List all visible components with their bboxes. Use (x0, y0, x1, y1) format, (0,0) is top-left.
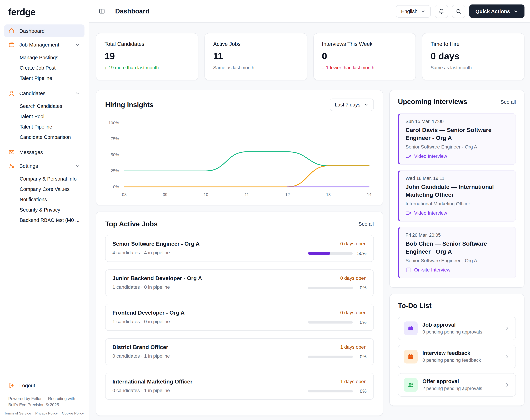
sidebar-item-notifications[interactable]: Notifications (12, 194, 85, 205)
job-row[interactable]: Senior Software Engineer - Org A 4 candi… (105, 235, 374, 262)
sidebar-item-search-candidates[interactable]: Search Candidates (12, 101, 85, 111)
mail-icon (8, 149, 15, 155)
interview-mode-label: On-site Interview (414, 267, 450, 273)
terms-of-service-link[interactable]: Terms of Service (4, 411, 31, 415)
brand-logo: ferdge (4, 5, 85, 25)
chevron-right-icon (504, 325, 510, 331)
cookie-policy-link[interactable]: Cookie Policy (62, 411, 84, 415)
sidebar-item-candidates[interactable]: Candidates (4, 87, 85, 99)
interview-mode-label: Video Interview (414, 210, 447, 216)
job-meta: 0 candidates · 1 in pipeline (112, 388, 192, 393)
sidebar-subnav-settings: Company & Personal Info Company Core Val… (12, 174, 85, 225)
sidebar-item-settings[interactable]: Settings (4, 159, 85, 172)
sidebar-item-candidate-comparison[interactable]: Candidate Comparison (12, 132, 85, 142)
svg-text:09: 09 (163, 192, 167, 197)
language-select[interactable]: English (396, 5, 430, 17)
interview-role: Senior Software Engineer - Org A (406, 258, 509, 263)
briefcase-icon (404, 321, 418, 335)
svg-text:25%: 25% (111, 168, 119, 173)
todo-item-interview-feedback[interactable]: Interview feedback 0 pending pending fee… (398, 345, 516, 368)
page-title: Dashboard (115, 7, 149, 15)
language-select-value: English (401, 8, 417, 14)
sidebar-toggle-button[interactable] (96, 5, 108, 17)
sidebar-item-talent-pipeline-2[interactable]: Talent Pipeline (12, 122, 85, 132)
chevron-down-icon (75, 90, 80, 96)
privacy-policy-link[interactable]: Privacy Policy (35, 411, 58, 415)
stat-card-active-jobs: Active Jobs 11 Same as last month (205, 33, 307, 80)
interview-role: International Marketing Officer (406, 201, 509, 206)
job-row[interactable]: Junior Backend Developer - Org A 1 candi… (105, 269, 374, 296)
sidebar-item-job-management[interactable]: Job Management (4, 38, 85, 51)
upcoming-interviews-title: Upcoming Interviews (398, 98, 467, 106)
job-progress-label: 0% (356, 389, 367, 394)
sidebar-item-label: Dashboard (19, 28, 45, 34)
chevron-right-icon (504, 354, 510, 359)
sidebar-item-company-personal-info[interactable]: Company & Personal Info (12, 174, 85, 184)
search-button[interactable] (452, 5, 465, 18)
stat-delta: Same as last month (431, 65, 516, 70)
stat-value: 0 (322, 51, 407, 62)
insights-range-value: Last 7 days (335, 102, 360, 108)
svg-text:10: 10 (204, 192, 208, 197)
sidebar-item-backend-rbac-test[interactable]: Backend RBAC test (M0 ... (12, 215, 85, 225)
top-active-jobs-card: Top Active Jobs See all Senior Software … (96, 211, 383, 416)
sidebar-nav: Dashboard Job Management Manage Postings… (4, 25, 85, 229)
interview-mode-label: Video Interview (414, 154, 447, 159)
sidebar-item-manage-postings[interactable]: Manage Postings (12, 52, 85, 63)
briefcase-icon (8, 41, 15, 48)
sidebar-item-talent-pool[interactable]: Talent Pool (12, 111, 85, 122)
search-icon (455, 8, 462, 14)
logout-button[interactable]: Logout (4, 379, 85, 392)
svg-text:0%: 0% (113, 184, 119, 189)
job-progress-bar (308, 287, 353, 289)
job-progress-bar (308, 321, 353, 323)
job-progress-label: 0% (356, 320, 367, 325)
job-days-open: 0 days open (308, 241, 367, 246)
todo-title: Interview feedback (422, 350, 481, 356)
upcoming-interviews-card: Upcoming Interviews See all Sun 15 Mar, … (389, 90, 525, 288)
job-progress-bar (308, 390, 353, 392)
sidebar-item-security-privacy[interactable]: Security & Privacy (12, 205, 85, 215)
logout-icon (8, 382, 15, 389)
todo-item-job-approval[interactable]: Job approval 0 pending pending approvals (398, 316, 516, 340)
interviews-see-all-link[interactable]: See all (501, 99, 516, 105)
svg-text:100%: 100% (108, 121, 119, 125)
todo-item-offer-approval[interactable]: Offer approval 2 pending pending approva… (398, 373, 516, 396)
home-icon (8, 28, 15, 34)
job-meta: 0 candidates · 1 in pipeline (112, 353, 170, 359)
sidebar-item-company-core-values[interactable]: Company Core Values (12, 184, 85, 194)
stat-label: Active Jobs (213, 41, 299, 47)
topbar-actions: English Quick Actions (396, 4, 525, 18)
interview-item[interactable]: Wed 18 Mar, 19:11 John Candidate — Inter… (398, 170, 516, 222)
job-progress-label: 0% (356, 354, 367, 359)
jobs-see-all-link[interactable]: See all (358, 221, 374, 227)
job-row[interactable]: Frontend Developer - Org A 1 candidates … (105, 304, 374, 331)
interviews-list: Sun 15 Mar, 17:00 Carol Davis — Senior S… (398, 113, 516, 278)
sidebar-item-talent-pipeline[interactable]: Talent Pipeline (12, 73, 85, 83)
sidebar-item-messages[interactable]: Messages (4, 146, 85, 158)
job-meta: 1 candidates · 0 in pipeline (112, 319, 184, 324)
sidebar-item-create-job-post[interactable]: Create Job Post (12, 63, 85, 73)
sidebar-footer-links: Terms of Service Privacy Policy Cookie P… (4, 411, 85, 415)
job-row[interactable]: District Brand Officer 0 candidates · 1 … (105, 338, 374, 365)
todo-list-card: To-Do List Job approval 0 pending (389, 294, 525, 406)
job-row[interactable]: International Marketing Officer 0 candid… (105, 373, 374, 400)
sidebar: ferdge Dashboard Job Management (0, 0, 89, 420)
insights-range-select[interactable]: Last 7 days (330, 98, 374, 111)
sidebar-item-dashboard[interactable]: Dashboard (4, 25, 85, 37)
notifications-button[interactable] (435, 5, 448, 18)
stat-card-total-candidates: Total Candidates 19 19 more than last mo… (96, 33, 198, 80)
job-progress-label: 0% (356, 285, 367, 291)
interview-datetime: Fri 20 Mar, 20:05 (406, 233, 509, 238)
jobs-list: Senior Software Engineer - Org A 4 candi… (105, 235, 374, 400)
todo-subtitle: 0 pending pending approvals (422, 329, 482, 335)
user-icon (8, 90, 15, 97)
quick-actions-button[interactable]: Quick Actions (469, 4, 525, 18)
job-days-open: 1 days open (308, 344, 367, 350)
chevron-down-icon (364, 102, 369, 107)
svg-text:11: 11 (245, 192, 249, 197)
interview-item[interactable]: Sun 15 Mar, 17:00 Carol Davis — Senior S… (398, 113, 516, 165)
interview-item[interactable]: Fri 20 Mar, 20:05 Bob Chen — Senior Soft… (398, 227, 516, 278)
stat-value: 0 days (431, 51, 516, 62)
topbar: Dashboard English Quic (89, 0, 530, 23)
